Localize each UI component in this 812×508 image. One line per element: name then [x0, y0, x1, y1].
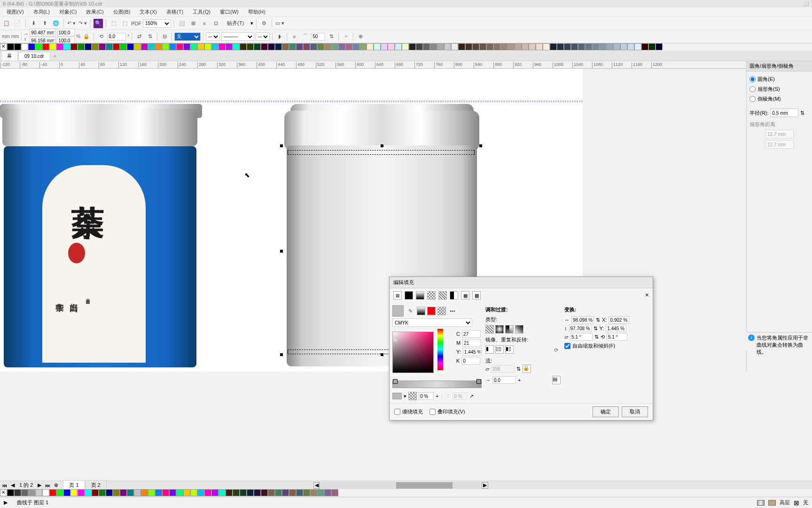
color-swatch[interactable]	[120, 489, 127, 496]
menu-object[interactable]: 对象(C)	[55, 8, 81, 16]
color-swatch[interactable]	[7, 489, 14, 496]
color-swatch[interactable]	[56, 43, 63, 50]
color-swatch[interactable]	[402, 43, 409, 50]
doc-tab-file[interactable]: 09 10.cdr	[18, 52, 50, 60]
color-swatch[interactable]	[275, 489, 282, 496]
gradient-bar[interactable]	[392, 381, 482, 388]
color-swatch[interactable]	[296, 43, 303, 50]
color-swatch[interactable]	[656, 43, 663, 50]
color-swatch[interactable]	[21, 489, 28, 496]
ruler-horizontal[interactable]: -120-80-40040801201602002402803203604004…	[0, 61, 812, 69]
hue-slider[interactable]	[437, 329, 443, 370]
color-swatch[interactable]	[543, 43, 550, 50]
menu-tools[interactable]: 工具(Q)	[188, 8, 215, 16]
menu-view[interactable]: 视图(V)	[2, 8, 29, 16]
color-swatch[interactable]	[289, 43, 296, 50]
page-tab-2[interactable]: 页 2	[85, 480, 107, 490]
picker-mode1[interactable]	[417, 307, 425, 315]
scroll-right-icon[interactable]: ▶	[482, 482, 488, 489]
cancel-button[interactable]: 取消	[622, 406, 648, 417]
color-swatch[interactable]	[416, 43, 423, 50]
color-swatch[interactable]	[92, 489, 99, 496]
color-swatch[interactable]	[486, 43, 493, 50]
line-start[interactable]: —	[206, 32, 220, 41]
color-swatch[interactable]	[233, 43, 240, 50]
lock-ratio-icon[interactable]: 🔒	[82, 32, 91, 41]
wrap-icon[interactable]: ◗	[275, 32, 284, 41]
color-swatch[interactable]	[78, 43, 85, 50]
skew2-input[interactable]	[607, 333, 627, 341]
color-swatch[interactable]	[352, 43, 359, 50]
color-swatch[interactable]	[515, 43, 522, 50]
snap-icon[interactable]: ⊡	[211, 19, 220, 28]
mirror-none[interactable]: ▮	[485, 345, 494, 354]
transform-w-input[interactable]	[571, 316, 594, 324]
eyedropper-icon[interactable]: ✎	[406, 306, 415, 316]
fill-solid-tab[interactable]	[405, 291, 413, 300]
menu-window[interactable]: 窗口(W)	[215, 8, 243, 16]
zoom-out-icon[interactable]: ⬚	[120, 19, 130, 28]
color-swatch[interactable]	[557, 43, 564, 50]
add-offset-icon[interactable]: +	[518, 377, 521, 383]
color-swatch[interactable]	[85, 43, 92, 50]
color-swatch[interactable]	[42, 43, 49, 50]
color-swatch[interactable]	[240, 43, 247, 50]
color-swatch[interactable]	[70, 489, 78, 496]
export-icon[interactable]: ⬆	[40, 19, 49, 28]
ok-button[interactable]: 确定	[593, 406, 619, 417]
align-icon[interactable]: ≡	[289, 32, 299, 41]
page-prev-icon[interactable]: ◀	[9, 482, 16, 488]
color-swatch[interactable]	[247, 489, 254, 496]
color-swatch[interactable]	[56, 489, 63, 496]
menu-text[interactable]: 文本(X)	[135, 8, 162, 16]
import-icon[interactable]: ⬇	[29, 19, 38, 28]
color-swatch[interactable]	[176, 43, 183, 50]
mirror-alt[interactable]: ▮▯	[505, 345, 514, 354]
color-swatch[interactable]	[14, 489, 21, 496]
reverse-gradient-icon[interactable]: ⟳	[551, 345, 561, 355]
color-swatch[interactable]	[204, 43, 211, 50]
color-swatch[interactable]	[211, 43, 219, 50]
color-swatch[interactable]	[169, 43, 176, 50]
color-swatch[interactable]	[345, 43, 352, 50]
color-swatch[interactable]	[99, 489, 106, 496]
mirror-repeat[interactable]: ▯▯	[495, 345, 504, 354]
transform-x-input[interactable]	[609, 316, 629, 324]
radio-scallop[interactable]	[750, 86, 756, 92]
color-field[interactable]	[392, 332, 434, 373]
menu-bitmap[interactable]: 位图(B)	[109, 8, 135, 16]
color-swatch[interactable]	[536, 43, 543, 50]
color-swatch[interactable]	[317, 43, 324, 50]
color-swatch[interactable]	[564, 43, 571, 50]
color-swatch[interactable]	[578, 43, 585, 50]
color-swatch[interactable]	[247, 43, 254, 50]
publish-icon[interactable]: 🌐	[51, 19, 61, 28]
h-scrollbar[interactable]	[321, 482, 481, 489]
color-swatch[interactable]	[233, 489, 240, 496]
color-swatch[interactable]	[240, 489, 247, 496]
color-swatch[interactable]	[49, 43, 56, 50]
color-swatch[interactable]	[648, 43, 656, 50]
color-swatch[interactable]	[162, 43, 169, 50]
doc-tab-welcome[interactable]: 幕	[1, 51, 18, 61]
color-swatch[interactable]	[70, 43, 78, 50]
color-swatch[interactable]	[7, 43, 14, 50]
paste-icon[interactable]: 📄	[13, 19, 23, 28]
color-swatch[interactable]	[162, 489, 169, 496]
line-end[interactable]: —	[256, 32, 270, 41]
color-swatch[interactable]	[190, 489, 197, 496]
color-swatch[interactable]	[49, 489, 56, 496]
color-swatch[interactable]	[472, 43, 479, 50]
color-swatch[interactable]	[204, 489, 211, 496]
color-swatch[interactable]	[303, 489, 310, 496]
color-swatch[interactable]	[331, 489, 338, 496]
zoom-in-icon[interactable]: ⬚	[109, 19, 118, 28]
offset-input[interactable]	[492, 376, 516, 384]
color-swatch[interactable]	[155, 43, 162, 50]
fill-twocolor-tab[interactable]	[450, 291, 458, 300]
picker-mode3[interactable]	[437, 307, 446, 315]
color-swatch[interactable]	[338, 43, 345, 50]
color-swatch[interactable]	[42, 489, 49, 496]
color-swatch[interactable]	[219, 489, 226, 496]
color-swatch[interactable]	[226, 43, 233, 50]
